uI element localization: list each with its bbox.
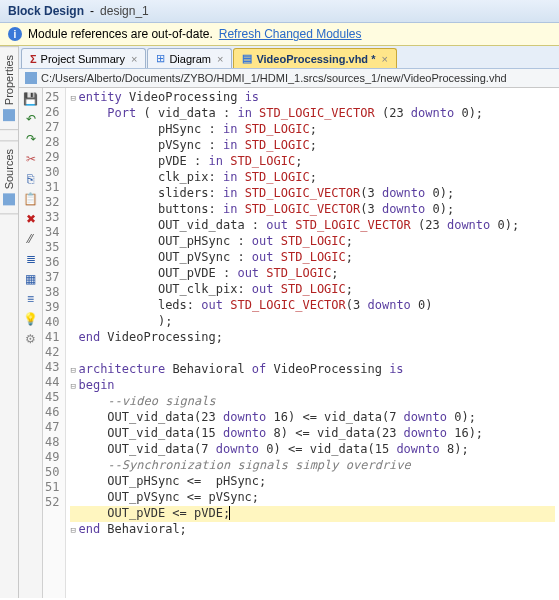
diagram-icon: ⊞ <box>156 52 165 65</box>
line-number: 28 <box>45 135 59 150</box>
refresh-modules-link[interactable]: Refresh Changed Modules <box>219 27 362 41</box>
close-icon[interactable]: × <box>217 53 223 65</box>
code-line[interactable]: OUT_vid_data : out STD_LOGIC_VECTOR (23 … <box>70 218 555 234</box>
line-number: 37 <box>45 270 59 285</box>
delete-icon[interactable]: ✖ <box>22 210 40 228</box>
code-line[interactable]: ⊟begin <box>70 378 555 394</box>
close-icon[interactable]: × <box>131 53 137 65</box>
line-number: 51 <box>45 480 59 495</box>
editor-tabs: Σ Project Summary × ⊞ Diagram × ▤ VideoP… <box>19 46 559 69</box>
design-separator: - <box>90 4 94 18</box>
properties-icon <box>3 109 15 121</box>
line-number: 48 <box>45 435 59 450</box>
settings-icon[interactable]: ⚙ <box>22 330 40 348</box>
line-number: 50 <box>45 465 59 480</box>
warning-bar: i Module references are out-of-date. Ref… <box>0 23 559 46</box>
side-tab-sources[interactable]: Sources <box>0 140 18 214</box>
code-line[interactable]: OUT_vid_data(23 downto 16) <= vid_data(7… <box>70 410 555 426</box>
tab-diagram[interactable]: ⊞ Diagram × <box>147 48 232 68</box>
code-line[interactable]: --video signals <box>70 394 555 410</box>
file-icon: ▤ <box>242 52 252 65</box>
find-icon[interactable]: ⁄⁄ <box>22 230 40 248</box>
code-line[interactable]: OUT_pHSync : out STD_LOGIC; <box>70 234 555 250</box>
tab-label: Diagram <box>169 53 211 65</box>
line-number: 41 <box>45 330 59 345</box>
line-number: 39 <box>45 300 59 315</box>
cut-icon[interactable]: ✂ <box>22 150 40 168</box>
line-number: 38 <box>45 285 59 300</box>
code-line[interactable]: sliders: in STD_LOGIC_VECTOR(3 downto 0)… <box>70 186 555 202</box>
code-line[interactable]: pVDE : in STD_LOGIC; <box>70 154 555 170</box>
code-line[interactable]: OUT_clk_pix: out STD_LOGIC; <box>70 282 555 298</box>
warning-text: Module references are out-of-date. <box>28 27 213 41</box>
code-line[interactable]: ); <box>70 314 555 330</box>
line-number: 43 <box>45 360 59 375</box>
code-line[interactable]: ⊟entity VideoProcessing is <box>70 90 555 106</box>
save-icon[interactable]: 💾 <box>22 90 40 108</box>
tab-label: Project Summary <box>41 53 125 65</box>
code-line[interactable]: leds: out STD_LOGIC_VECTOR(3 downto 0) <box>70 298 555 314</box>
side-tab-properties[interactable]: Properties <box>0 46 18 130</box>
line-number: 36 <box>45 255 59 270</box>
code-editor[interactable]: ⊟entity VideoProcessing is Port ( vid_da… <box>66 88 559 598</box>
code-line[interactable]: OUT_vid_data(15 downto 8) <= vid_data(23… <box>70 426 555 442</box>
code-line[interactable]: OUT_pHSync <= pHSync; <box>70 474 555 490</box>
line-number: 40 <box>45 315 59 330</box>
code-line[interactable]: OUT_pVDE <= pVDE; <box>70 506 555 522</box>
line-number: 29 <box>45 150 59 165</box>
code-line[interactable]: ⊟architecture Behavioral of VideoProcess… <box>70 362 555 378</box>
side-tab-label: Sources <box>3 149 15 189</box>
file-path: C:/Users/Alberto/Documents/ZYBO/HDMI_1/H… <box>41 72 507 84</box>
code-line[interactable]: OUT_pVDE : out STD_LOGIC; <box>70 266 555 282</box>
undo-icon[interactable]: ↶ <box>22 110 40 128</box>
title-label: Block Design <box>8 4 84 18</box>
line-number: 30 <box>45 165 59 180</box>
info-icon: i <box>8 27 22 41</box>
code-line[interactable]: --Synchronization signals simply overdri… <box>70 458 555 474</box>
sigma-icon: Σ <box>30 53 37 65</box>
code-line[interactable]: pHSync : in STD_LOGIC; <box>70 122 555 138</box>
code-line[interactable]: Port ( vid_data : in STD_LOGIC_VECTOR (2… <box>70 106 555 122</box>
tab-label: VideoProcessing.vhd * <box>256 53 375 65</box>
line-number: 25 <box>45 90 59 105</box>
code-line[interactable] <box>70 346 555 362</box>
line-number: 45 <box>45 390 59 405</box>
line-number: 49 <box>45 450 59 465</box>
design-name: design_1 <box>100 4 149 18</box>
line-number: 31 <box>45 180 59 195</box>
paste-icon[interactable]: 📋 <box>22 190 40 208</box>
tab-project-summary[interactable]: Σ Project Summary × <box>21 48 146 68</box>
code-line[interactable]: OUT_pVSync <= pVSync; <box>70 490 555 506</box>
copy-icon[interactable]: ⎘ <box>22 170 40 188</box>
close-icon[interactable]: × <box>381 53 387 65</box>
line-number: 52 <box>45 495 59 510</box>
side-tabs: Properties Sources <box>0 46 19 598</box>
redo-icon[interactable]: ↷ <box>22 130 40 148</box>
line-number: 32 <box>45 195 59 210</box>
code-line[interactable]: pVSync : in STD_LOGIC; <box>70 138 555 154</box>
code-line[interactable]: buttons: in STD_LOGIC_VECTOR(3 downto 0)… <box>70 202 555 218</box>
code-line[interactable]: OUT_pVSync : out STD_LOGIC; <box>70 250 555 266</box>
tab-videoprocessing[interactable]: ▤ VideoProcessing.vhd * × <box>233 48 396 68</box>
line-number: 27 <box>45 120 59 135</box>
code-line[interactable]: end VideoProcessing; <box>70 330 555 346</box>
line-number: 46 <box>45 405 59 420</box>
code-line[interactable]: OUT_vid_data(7 downto 0) <= vid_data(15 … <box>70 442 555 458</box>
line-number: 34 <box>45 225 59 240</box>
code-line[interactable]: ⊟end Behavioral; <box>70 522 555 538</box>
line-number: 44 <box>45 375 59 390</box>
line-number: 47 <box>45 420 59 435</box>
file-icon <box>25 72 37 84</box>
editor-toolbar: 💾 ↶ ↷ ✂ ⎘ 📋 ✖ ⁄⁄ ≣ ▦ ≡ 💡 ⚙ <box>19 88 43 598</box>
path-bar: C:/Users/Alberto/Documents/ZYBO/HDMI_1/H… <box>19 69 559 88</box>
indent-icon[interactable]: ≡ <box>22 290 40 308</box>
goto-icon[interactable]: ▦ <box>22 270 40 288</box>
code-line[interactable]: clk_pix: in STD_LOGIC; <box>70 170 555 186</box>
line-number: 26 <box>45 105 59 120</box>
line-number: 35 <box>45 240 59 255</box>
replace-icon[interactable]: ≣ <box>22 250 40 268</box>
lightbulb-icon[interactable]: 💡 <box>22 310 40 328</box>
side-tab-label: Properties <box>3 55 15 105</box>
title-bar: Block Design - design_1 <box>0 0 559 23</box>
line-number: 42 <box>45 345 59 360</box>
